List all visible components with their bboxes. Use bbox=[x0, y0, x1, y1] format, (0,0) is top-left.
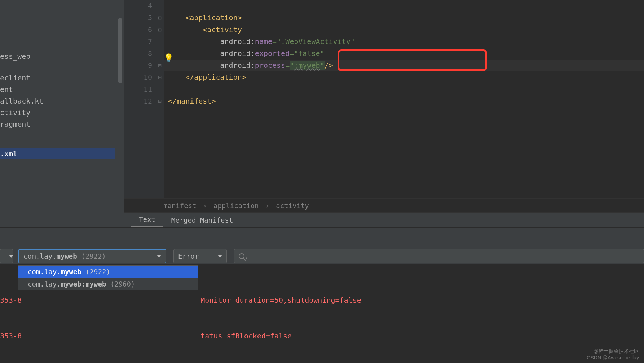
chevron-down-icon bbox=[9, 255, 13, 258]
breadcrumb-item[interactable]: application bbox=[213, 202, 259, 210]
editor-tabs: Text Merged Manifest bbox=[124, 212, 644, 227]
fold-icon[interactable]: ⊟ bbox=[158, 24, 162, 36]
line-number: 10 bbox=[124, 71, 152, 83]
tree-item[interactable]: ess_web bbox=[0, 51, 124, 62]
breadcrumb-item[interactable]: activity bbox=[276, 202, 309, 210]
tree-item[interactable]: ragment bbox=[0, 118, 124, 130]
tree-item[interactable]: ctivity bbox=[0, 107, 124, 118]
fold-gutter: ⊟ ⊟ ⊟ ⊟ ⊟ bbox=[159, 0, 164, 198]
tab-text[interactable]: Text bbox=[131, 213, 163, 227]
chevron-right-icon: › bbox=[203, 202, 207, 210]
tree-item[interactable]: allback.kt bbox=[0, 95, 124, 107]
code-content[interactable]: <application> <activity android:name=".W… bbox=[164, 0, 644, 198]
logcat-toolbar: com.lay.myweb (2922) Error ▾ bbox=[0, 248, 644, 264]
process-dropdown-value: com.lay.myweb (2922) bbox=[23, 252, 106, 260]
tree-item[interactable]: eclient bbox=[0, 72, 124, 84]
line-number: 6 bbox=[124, 24, 152, 36]
dropdown-item[interactable]: com.lay.myweb:myweb (2960) bbox=[18, 278, 198, 290]
line-number: 8 bbox=[124, 48, 152, 60]
log-line: 353-8Monitor duration=50,shutdowning=fal… bbox=[0, 294, 644, 306]
chevron-down-icon bbox=[157, 255, 161, 258]
code-editor[interactable]: 4 5 6 7 8 9 10 11 12 ⊟ ⊟ ⊟ ⊟ ⊟ <applicat… bbox=[124, 0, 644, 198]
code-line: <activity bbox=[168, 24, 644, 36]
watermark: @稀土掘金技术社区 CSDN @Awesome_lay bbox=[587, 348, 639, 361]
breadcrumb: manifest › application › activity bbox=[124, 198, 644, 212]
fold-close-icon[interactable]: ⊟ bbox=[158, 95, 162, 107]
sidebar-scrollbar[interactable] bbox=[118, 18, 122, 83]
line-number: 12 bbox=[124, 95, 152, 107]
log-level-dropdown[interactable]: Error bbox=[173, 249, 227, 263]
fold-icon[interactable]: ⊟ bbox=[158, 60, 162, 71]
line-number: 4 bbox=[124, 0, 152, 12]
project-tree-sidebar: ess_web eclient ent allback.kt ctivity r… bbox=[0, 0, 124, 235]
line-number: 7 bbox=[124, 36, 152, 48]
log-line: 353-8tatus sfBlocked=false bbox=[0, 330, 644, 342]
line-number: 9 bbox=[124, 60, 152, 71]
line-number: 5 bbox=[124, 12, 152, 24]
code-line: </manifest> bbox=[168, 95, 644, 107]
dropdown-item-selected[interactable]: com.lay.myweb (2922) bbox=[18, 266, 198, 278]
chevron-down-icon bbox=[218, 255, 222, 258]
breadcrumb-item[interactable]: manifest bbox=[163, 202, 197, 210]
search-icon bbox=[239, 253, 244, 259]
process-dropdown[interactable]: com.lay.myweb (2922) bbox=[18, 249, 166, 263]
tree-item[interactable]: ent bbox=[0, 84, 124, 95]
tab-merged-manifest[interactable]: Merged Manifest bbox=[163, 213, 241, 227]
logcat-search-input[interactable]: ▾ bbox=[234, 249, 644, 263]
code-line: android:name=".WebViewActivity" bbox=[168, 36, 644, 48]
log-level-value: Error bbox=[178, 252, 199, 260]
code-line: </application> bbox=[168, 71, 644, 83]
line-number: 11 bbox=[124, 83, 152, 95]
device-dropdown[interactable] bbox=[0, 249, 13, 263]
code-line: <application> bbox=[168, 12, 644, 24]
fold-close-icon[interactable]: ⊟ bbox=[158, 71, 162, 83]
code-line: android:exported="false" bbox=[168, 48, 644, 60]
tree-item-selected[interactable]: .xml bbox=[0, 148, 115, 159]
process-dropdown-popup: com.lay.myweb (2922) com.lay.myweb:myweb… bbox=[18, 265, 198, 290]
line-number-gutter: 4 5 6 7 8 9 10 11 12 bbox=[124, 0, 159, 198]
chevron-right-icon: › bbox=[265, 202, 269, 210]
fold-icon[interactable]: ⊟ bbox=[158, 12, 162, 24]
panel-separator bbox=[0, 227, 644, 249]
intention-bulb-icon[interactable]: 💡 bbox=[164, 53, 173, 62]
